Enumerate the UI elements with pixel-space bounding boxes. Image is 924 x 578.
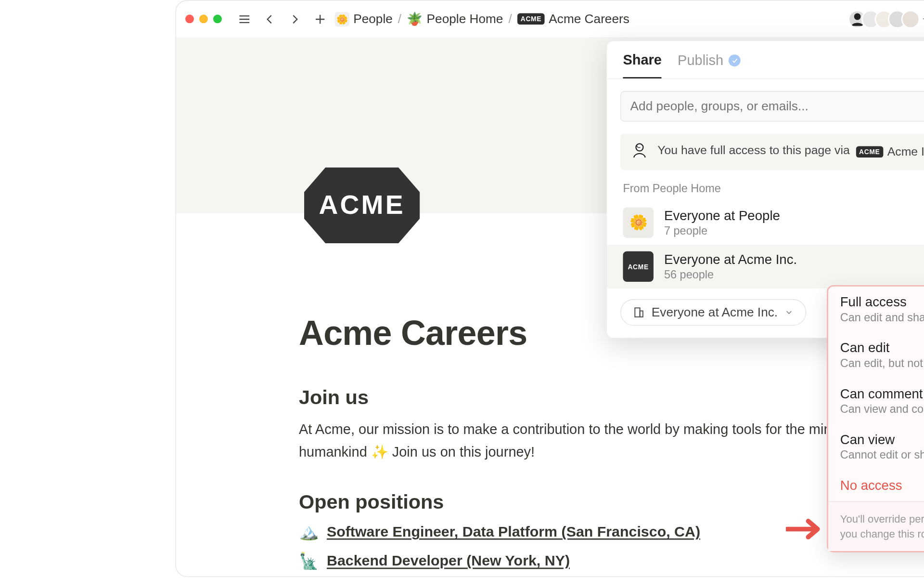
copy-to-chip[interactable]: Everyone at Acme Inc. (620, 299, 807, 326)
app-window: 🌼 People / 🪴 People Home / ACME Acme Car… (175, 0, 924, 577)
teamspace-icon: 🌼 (335, 12, 349, 26)
menu-icon[interactable] (235, 10, 254, 28)
position-icon: 🗽 (299, 552, 319, 571)
member-sub: 56 people (664, 268, 797, 282)
member-name: Everyone at Acme Inc. (664, 251, 797, 267)
back-icon[interactable] (260, 10, 279, 28)
member-name: Everyone at People (664, 208, 780, 223)
permission-role-menu: Full access Can edit and share with othe… (827, 285, 924, 552)
svg-rect-9 (640, 311, 643, 316)
member-sub: 7 people (664, 224, 780, 238)
tab-share[interactable]: Share (623, 52, 662, 79)
topbar: 🌼 People / 🪴 People Home / ACME Acme Car… (176, 0, 924, 37)
chevron-down-icon (784, 308, 794, 317)
position-link[interactable]: Software Engineer, Data Platform (San Fr… (327, 523, 700, 540)
maximize-window-icon[interactable] (213, 14, 222, 23)
share-member-row[interactable]: ACME Everyone at Acme Inc. 56 people Ful… (607, 245, 924, 289)
invite-input[interactable] (620, 91, 924, 121)
forward-icon[interactable] (285, 10, 304, 28)
perm-option-full-access[interactable]: Full access Can edit and share with othe… (828, 287, 924, 332)
svg-point-0 (854, 13, 861, 20)
avatar[interactable] (901, 10, 920, 28)
svg-text:ACME: ACME (319, 190, 405, 220)
access-strip: You have full access to this page via AC… (620, 133, 924, 170)
callout-arrow-icon (786, 516, 826, 545)
window-traffic-lights[interactable] (185, 14, 222, 23)
perm-option-can-view[interactable]: Can view Cannot edit or share with other… (828, 424, 924, 470)
acme-logo-icon: ACME (517, 13, 545, 25)
page-logo: ACME (299, 156, 425, 258)
plant-icon: 🪴 (407, 11, 423, 26)
position-link[interactable]: Backend Developer (New York, NY) (327, 552, 570, 570)
new-page-icon[interactable] (311, 10, 330, 28)
breadcrumb-seg-3[interactable]: Acme Careers (549, 12, 629, 26)
tab-publish[interactable]: Publish (678, 52, 741, 79)
user-avatar-icon (631, 142, 648, 162)
teamspace-icon: 🌼 (623, 208, 653, 238)
presence-avatars[interactable]: +1 (853, 10, 924, 28)
position-row[interactable]: 🗽 Backend Developer (New York, NY) (299, 552, 924, 571)
breadcrumb-seg-1[interactable]: People (353, 12, 393, 26)
perm-option-can-edit[interactable]: Can edit Can edit, but not share with ot… (828, 332, 924, 378)
svg-rect-8 (635, 308, 640, 317)
building-icon (633, 306, 645, 318)
breadcrumb-seg-2[interactable]: People Home (427, 12, 503, 26)
minimize-window-icon[interactable] (199, 14, 208, 23)
share-member-row[interactable]: 🌼 Everyone at People 7 people Can access (607, 201, 924, 245)
acme-logo-icon: ACME (856, 146, 883, 158)
inherited-section-label: From People Home (607, 180, 924, 201)
close-window-icon[interactable] (185, 14, 194, 23)
perm-option-can-comment[interactable]: Can comment Can view and comment, but no… (828, 378, 924, 424)
breadcrumb: 🌼 People / 🪴 People Home / ACME Acme Car… (335, 11, 629, 26)
position-icon: 🏔️ (299, 523, 319, 541)
published-badge-icon (729, 54, 741, 66)
perm-option-no-access[interactable]: No access (828, 470, 924, 501)
acme-logo-icon: ACME (623, 251, 653, 282)
permission-override-warning: You'll override permissions from the par… (828, 501, 924, 552)
